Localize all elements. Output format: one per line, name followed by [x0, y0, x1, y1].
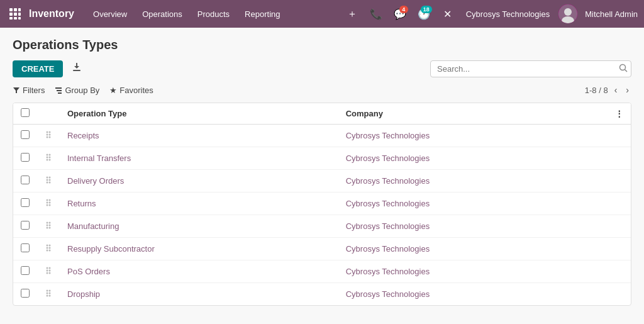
svg-point-51: [47, 247, 48, 249]
svg-point-50: [49, 245, 51, 247]
company-cell: Cybrosys Technologies: [338, 125, 608, 147]
svg-rect-4: [14, 13, 17, 16]
row-checkbox-cell[interactable]: [13, 215, 37, 238]
row-drag-handle[interactable]: [37, 193, 60, 215]
company-cell: Cybrosys Technologies: [338, 170, 608, 193]
row-checkbox-cell[interactable]: [13, 238, 37, 260]
svg-point-44: [49, 222, 51, 224]
svg-point-26: [49, 154, 51, 156]
filters-button[interactable]: Filters: [13, 86, 45, 95]
svg-point-59: [47, 272, 48, 274]
action-toolbar: CREATE: [13, 60, 631, 77]
search-area: [430, 60, 631, 77]
avatar[interactable]: [558, 4, 577, 23]
row-checkbox-cell[interactable]: [13, 193, 37, 215]
svg-point-27: [47, 157, 48, 159]
operation-type-cell[interactable]: Internal Transfers: [60, 147, 338, 170]
row-options-cell: [608, 283, 631, 306]
row-checkbox[interactable]: [21, 130, 30, 139]
apps-icon[interactable]: [6, 5, 24, 23]
prev-page-button[interactable]: ‹: [612, 84, 620, 96]
row-checkbox[interactable]: [21, 243, 30, 252]
row-checkbox-cell[interactable]: [13, 147, 37, 170]
chat-icon[interactable]: 💬 4: [391, 4, 409, 23]
close-icon[interactable]: ✕: [438, 4, 457, 23]
main-content: Operations Types CREATE: [0, 28, 644, 316]
table-row: Dropship Cybrosys Technologies: [13, 283, 631, 306]
clock-icon[interactable]: 🕐 18: [414, 4, 433, 23]
options-header[interactable]: ⋮: [608, 103, 631, 125]
table-header-row: Operation Type Company ⋮: [13, 103, 631, 125]
select-all-header[interactable]: [13, 103, 37, 125]
svg-point-21: [47, 134, 48, 136]
row-drag-handle[interactable]: [37, 170, 60, 193]
svg-point-64: [49, 293, 51, 294]
operation-type-cell[interactable]: Receipts: [60, 125, 338, 147]
column-options-icon[interactable]: ⋮: [615, 109, 623, 118]
table-row: Resupply Subcontractor Cybrosys Technolo…: [13, 238, 631, 260]
row-checkbox-cell[interactable]: [13, 260, 37, 283]
row-drag-handle[interactable]: [37, 215, 60, 238]
row-checkbox-cell[interactable]: [13, 283, 37, 306]
row-checkbox[interactable]: [21, 198, 30, 207]
svg-point-13: [620, 64, 626, 70]
search-icon-button[interactable]: [619, 64, 628, 74]
company-cell: Cybrosys Technologies: [338, 283, 608, 306]
svg-point-36: [49, 182, 51, 184]
svg-point-19: [47, 131, 48, 133]
svg-point-39: [47, 202, 48, 204]
row-checkbox[interactable]: [21, 176, 30, 184]
nav-overview[interactable]: Overview: [87, 6, 133, 23]
row-drag-handle[interactable]: [37, 283, 60, 306]
operation-type-cell[interactable]: Manufacturing: [60, 215, 338, 238]
svg-point-61: [47, 290, 48, 292]
svg-point-24: [49, 137, 51, 138]
row-drag-handle[interactable]: [37, 238, 60, 260]
svg-point-47: [47, 227, 48, 229]
add-icon[interactable]: ＋: [343, 4, 362, 23]
row-checkbox[interactable]: [21, 289, 30, 298]
row-checkbox[interactable]: [21, 266, 30, 275]
svg-point-33: [47, 179, 48, 181]
favorites-button[interactable]: ★ Favorites: [109, 86, 153, 95]
page-title: Operations Types: [13, 38, 631, 52]
nav-reporting[interactable]: Reporting: [238, 6, 286, 23]
row-checkbox[interactable]: [21, 153, 30, 162]
table-row: Internal Transfers Cybrosys Technologies: [13, 147, 631, 170]
svg-point-56: [49, 267, 51, 269]
row-options-cell: [608, 147, 631, 170]
row-drag-handle[interactable]: [37, 125, 60, 147]
company-cell: Cybrosys Technologies: [338, 215, 608, 238]
row-drag-handle[interactable]: [37, 147, 60, 170]
svg-rect-2: [18, 8, 21, 11]
svg-point-53: [47, 250, 48, 252]
svg-point-65: [47, 295, 48, 297]
operations-table: Operation Type Company ⋮: [13, 103, 631, 306]
nav-operations[interactable]: Operations: [136, 6, 189, 23]
svg-point-45: [47, 225, 48, 226]
row-drag-handle[interactable]: [37, 260, 60, 283]
next-page-button[interactable]: ›: [623, 84, 631, 96]
phone-icon[interactable]: 📞: [367, 4, 386, 23]
svg-point-58: [49, 270, 51, 272]
search-input[interactable]: [430, 60, 631, 77]
download-button[interactable]: [68, 60, 86, 77]
create-button[interactable]: CREATE: [13, 60, 63, 77]
svg-point-10: [564, 8, 572, 16]
svg-marker-15: [13, 87, 19, 93]
nav-icons: ＋ 📞 💬 4 🕐 18 ✕ Cybrosys Technologies Mit…: [343, 4, 638, 23]
row-checkbox-cell[interactable]: [13, 125, 37, 147]
svg-point-48: [49, 227, 51, 229]
operation-type-cell[interactable]: Delivery Orders: [60, 170, 338, 193]
nav-products[interactable]: Products: [191, 6, 236, 23]
svg-point-54: [49, 250, 51, 252]
operation-type-cell[interactable]: PoS Orders: [60, 260, 338, 283]
operation-type-cell[interactable]: Returns: [60, 193, 338, 215]
operation-type-cell[interactable]: Resupply Subcontractor: [60, 238, 338, 260]
operation-type-cell[interactable]: Dropship: [60, 283, 338, 306]
groupby-button[interactable]: Group By: [55, 86, 99, 95]
row-checkbox-cell[interactable]: [13, 170, 37, 193]
row-checkbox[interactable]: [21, 221, 30, 230]
svg-rect-12: [73, 70, 80, 71]
select-all-checkbox[interactable]: [21, 108, 30, 117]
